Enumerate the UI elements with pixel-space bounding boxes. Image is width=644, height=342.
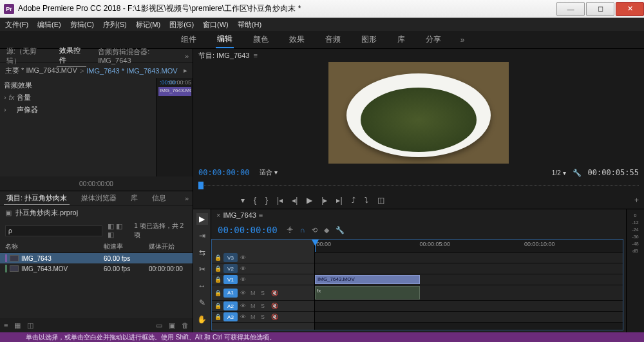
- goto-in-icon[interactable]: |◂: [277, 196, 283, 205]
- maximize-button[interactable]: ◻: [586, 2, 614, 16]
- program-ruler[interactable]: [198, 182, 639, 192]
- track-v2[interactable]: [315, 263, 623, 274]
- track-header-v2[interactable]: 🔒V2👁: [212, 263, 314, 274]
- track-header-a1[interactable]: 🔒A1👁MS🔇: [212, 285, 314, 301]
- menu-edit[interactable]: 编辑(E): [37, 20, 61, 30]
- track-header-v1[interactable]: 🔒V1👁: [212, 274, 314, 285]
- extract-icon[interactable]: ⤵: [365, 196, 368, 205]
- track-area[interactable]: :00:00 00:00:05:00 00:00:10:00 IMG_7643.…: [315, 240, 623, 330]
- program-tab[interactable]: 节目: IMG_7643: [198, 51, 249, 61]
- video-clip[interactable]: IMG_7643.MOV: [315, 275, 420, 284]
- ws-tab-color[interactable]: 颜色: [252, 32, 270, 48]
- track-header-v3[interactable]: 🔒V3👁: [212, 252, 314, 263]
- video-frame: [328, 62, 509, 164]
- export-frame-icon[interactable]: ◫: [377, 196, 384, 205]
- program-scale-dropdown[interactable]: 1/2 ▾: [552, 169, 566, 176]
- effect-row-panner[interactable]: ›fx声像器: [4, 104, 153, 116]
- mark-in-icon[interactable]: {: [254, 196, 256, 205]
- program-playhead[interactable]: [198, 182, 204, 189]
- menu-sequence[interactable]: 序列(S): [103, 20, 127, 30]
- program-monitor-viewport[interactable]: [193, 62, 644, 164]
- timeline-playhead[interactable]: [315, 240, 316, 252]
- wrench-icon[interactable]: 🔧: [573, 169, 582, 177]
- magnet-icon[interactable]: ∩: [300, 226, 305, 234]
- linked-selection-icon[interactable]: ⟲: [312, 226, 317, 234]
- track-header-a2[interactable]: 🔒A2👁MS🔇: [212, 301, 314, 312]
- menu-help[interactable]: 帮助(H): [238, 20, 261, 30]
- project-file-name: 扑豆角炒肉末.prproj: [15, 208, 78, 218]
- project-column-headers: 名称 帧速率 媒体开始: [0, 241, 193, 253]
- timeline-timecode[interactable]: 00:00:00:00: [218, 225, 278, 235]
- tab-info[interactable]: 信息: [149, 192, 169, 204]
- app-logo: Pr: [4, 4, 14, 14]
- effect-playbar-tc: 00:00:00:00: [0, 176, 193, 191]
- project-filter-icons[interactable]: ◧ ◧ ◧: [108, 222, 129, 239]
- play-icon[interactable]: ▶: [307, 196, 312, 205]
- track-v3[interactable]: [315, 252, 623, 263]
- project-bottom-toolbar: ≡ ▦ ◫ ▭ ▣ 🗑: [0, 318, 193, 332]
- panel-overflow-icon[interactable]: »: [185, 195, 189, 202]
- step-fwd-icon[interactable]: |▸: [321, 196, 327, 205]
- tab-media-browser[interactable]: 媒体浏览器: [79, 192, 119, 204]
- timeline-ruler[interactable]: :00:00 00:00:05:00 00:00:10:00: [315, 240, 623, 252]
- project-item-video[interactable]: IMG_7643.MOV 60.00 fps 00:00:00:00: [0, 263, 193, 274]
- snap-icon[interactable]: ⸎: [287, 226, 294, 234]
- button-editor-icon[interactable]: +: [634, 196, 639, 205]
- menu-marker[interactable]: 标记(M): [136, 20, 161, 30]
- ws-overflow-icon[interactable]: »: [460, 35, 465, 44]
- pen-tool-icon[interactable]: ✎: [196, 297, 208, 309]
- marker-icon[interactable]: ◆: [324, 226, 329, 234]
- step-back-icon[interactable]: ◂|: [292, 196, 298, 205]
- tab-library[interactable]: 库: [128, 192, 140, 204]
- new-item-icon[interactable]: ▣: [169, 321, 175, 330]
- trash-icon[interactable]: 🗑: [182, 321, 189, 329]
- timeline-sequence-tab[interactable]: IMG_7643: [223, 211, 256, 219]
- razor-tool-icon[interactable]: ✂: [196, 263, 208, 275]
- track-header-a3[interactable]: 🔒A3👁MS🔇: [212, 312, 314, 323]
- icon-view-icon[interactable]: ▦: [14, 321, 21, 330]
- menu-window[interactable]: 窗口(W): [203, 20, 229, 30]
- add-marker-icon[interactable]: ▾: [241, 196, 245, 205]
- program-timecode[interactable]: 00:00:00:00: [198, 168, 249, 177]
- minimize-button[interactable]: —: [556, 2, 585, 16]
- program-fit-dropdown[interactable]: 适合 ▾: [256, 167, 281, 178]
- effect-mini-timeline[interactable]: :00:00 00:00:05 IMG_7643.MOV: [156, 78, 193, 176]
- ws-tab-effects[interactable]: 效果: [288, 32, 306, 48]
- ws-tab-audio[interactable]: 音频: [324, 32, 342, 48]
- close-button[interactable]: ✕: [616, 2, 644, 16]
- list-view-icon[interactable]: ≡: [4, 321, 8, 329]
- track-a2[interactable]: [315, 301, 623, 312]
- ws-tab-share[interactable]: 分享: [424, 32, 442, 48]
- hand-tool-icon[interactable]: ✋: [196, 314, 208, 325]
- ws-tab-assembly[interactable]: 组件: [180, 32, 198, 48]
- panel-menu-icon[interactable]: ≡: [259, 211, 263, 219]
- ws-tab-graphics[interactable]: 图形: [360, 32, 378, 48]
- menu-graphic[interactable]: 图形(G): [169, 20, 194, 30]
- track-a1[interactable]: fx: [315, 285, 623, 301]
- menu-file[interactable]: 文件(F): [5, 20, 28, 30]
- track-select-tool-icon[interactable]: ⇥: [196, 230, 208, 242]
- track-a3[interactable]: [315, 312, 623, 323]
- effect-row-volume[interactable]: ›fx音量: [4, 91, 153, 104]
- ws-tab-library[interactable]: 库: [396, 32, 406, 48]
- track-v1[interactable]: IMG_7643.MOV: [315, 274, 623, 285]
- effect-clip-label[interactable]: IMG_7643 * IMG_7643.MOV: [86, 67, 177, 75]
- goto-out-icon[interactable]: ▸|: [336, 196, 342, 205]
- settings-icon[interactable]: 🔧: [336, 226, 345, 234]
- lift-icon[interactable]: ⤴: [352, 196, 355, 205]
- playhead-icon[interactable]: ▸: [184, 66, 187, 75]
- menu-clip[interactable]: 剪辑(C): [70, 20, 94, 30]
- ripple-tool-icon[interactable]: ⇆: [196, 247, 208, 258]
- slip-tool-icon[interactable]: ↔: [196, 280, 208, 292]
- project-item-sequence[interactable]: IMG_7643 60.00 fps: [0, 253, 193, 263]
- audio-clip[interactable]: fx: [315, 286, 420, 299]
- panel-menu-icon[interactable]: ≡: [253, 52, 257, 59]
- mark-out-icon[interactable]: }: [265, 196, 268, 205]
- tab-project[interactable]: 项目: 扑豆角炒肉末: [4, 192, 70, 205]
- new-bin-icon[interactable]: ▭: [156, 321, 162, 330]
- project-search-input[interactable]: [5, 225, 102, 236]
- ws-tab-editing[interactable]: 编辑: [216, 31, 234, 48]
- freeform-view-icon[interactable]: ◫: [27, 321, 33, 330]
- panel-overflow-icon[interactable]: »: [185, 52, 189, 60]
- selection-tool-icon[interactable]: ▶: [196, 213, 208, 225]
